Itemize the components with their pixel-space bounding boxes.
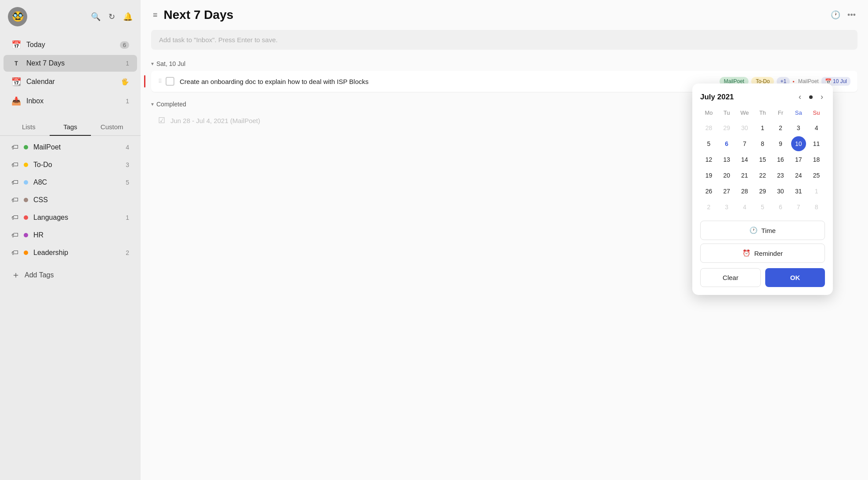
- add-task-input[interactable]: Add task to "Inbox". Press Enter to save…: [151, 30, 857, 50]
- chevron-down-icon: ▾: [151, 61, 154, 67]
- tag-label: Languages: [33, 214, 68, 222]
- calendar-day[interactable]: 24: [791, 168, 806, 183]
- calendar-day[interactable]: 4: [809, 120, 824, 135]
- sidebar-item-calendar[interactable]: 📆 Calendar 🖐: [4, 73, 137, 91]
- calendar-day[interactable]: 30: [737, 120, 752, 135]
- calendar-day[interactable]: 23: [773, 168, 788, 183]
- calendar-day[interactable]: 6: [773, 200, 788, 215]
- calendar-day[interactable]: 15: [755, 152, 770, 167]
- calendar-header: July 2021 ‹ ›: [700, 92, 825, 102]
- main-header: ≡ Next 7 Days 🕐 •••: [141, 0, 868, 30]
- tag-dot: [24, 215, 28, 220]
- calendar-day[interactable]: 19: [701, 168, 716, 183]
- tag-icon: 🏷: [11, 178, 18, 186]
- calendar-day[interactable]: 30: [773, 184, 788, 199]
- calendar-day-selected[interactable]: 10: [791, 136, 806, 151]
- calendar-day[interactable]: 31: [791, 184, 806, 199]
- calendar-day[interactable]: 22: [755, 168, 770, 183]
- calendar-day[interactable]: 14: [737, 152, 752, 167]
- tag-dot: [24, 251, 28, 255]
- calendar-day[interactable]: 29: [719, 120, 734, 135]
- calendar-day[interactable]: 28: [737, 184, 752, 199]
- calendar-day[interactable]: 2: [701, 200, 716, 215]
- section-header[interactable]: ▾ Sat, 10 Jul: [151, 57, 857, 71]
- reminder-label: Reminder: [754, 250, 783, 257]
- tag-item-css[interactable]: 🏷 CSS: [4, 192, 137, 208]
- tag-item-hr[interactable]: 🏷 HR: [4, 227, 137, 244]
- add-tags-label: Add Tags: [25, 271, 54, 279]
- calendar-day[interactable]: 16: [773, 152, 788, 167]
- tag-item-todo[interactable]: 🏷 To-Do 3: [4, 156, 137, 173]
- sidebar-item-today[interactable]: 📅 Today 6: [4, 36, 137, 54]
- tag-item-mailpoet[interactable]: 🏷 MailPoet 4: [4, 139, 137, 156]
- search-icon[interactable]: 🔍: [91, 12, 101, 22]
- menu-icon[interactable]: ≡: [153, 11, 158, 20]
- calendar-day[interactable]: 8: [809, 200, 824, 215]
- tab-lists[interactable]: Lists: [8, 120, 50, 136]
- calendar-day[interactable]: 13: [719, 152, 734, 167]
- tag-dot: [24, 163, 28, 167]
- calendar-day[interactable]: 1: [809, 184, 824, 199]
- tag-count: 3: [126, 161, 129, 168]
- calendar-title: July 2021: [700, 93, 734, 102]
- calendar-day[interactable]: 18: [809, 152, 824, 167]
- calendar-day[interactable]: 21: [737, 168, 752, 183]
- calendar-day[interactable]: 7: [791, 200, 806, 215]
- calendar-day[interactable]: 26: [701, 184, 716, 199]
- refresh-icon[interactable]: ↻: [108, 12, 115, 22]
- sidebar-item-next7days[interactable]: T Next 7 Days 1: [4, 55, 137, 72]
- calendar-day[interactable]: 9: [773, 136, 788, 151]
- bell-icon[interactable]: 🔔: [123, 12, 133, 22]
- sidebar-item-inbox[interactable]: 📥 Inbox 1: [4, 92, 137, 110]
- avatar[interactable]: 🥸: [8, 7, 27, 26]
- calendar-day[interactable]: 5: [701, 136, 716, 151]
- calendar-grid: Mo Tu We Th Fr Sa Su 28 29 30 1 2 3 4 5 …: [700, 108, 825, 215]
- clear-button[interactable]: Clear: [700, 268, 761, 287]
- calendar-day[interactable]: 2: [773, 120, 788, 135]
- calendar-day-today[interactable]: 6: [719, 136, 734, 151]
- ok-button[interactable]: OK: [765, 268, 825, 287]
- alarm-icon: ⏰: [742, 249, 751, 257]
- tag-item-a8c[interactable]: 🏷 A8C 5: [4, 174, 137, 191]
- calendar-day[interactable]: 17: [791, 152, 806, 167]
- calendar-day[interactable]: 28: [701, 120, 716, 135]
- calendar-footer: Clear OK: [700, 268, 825, 287]
- tag-dot: [24, 180, 28, 185]
- calendar-day[interactable]: 5: [755, 200, 770, 215]
- calendar-next-button[interactable]: ›: [819, 92, 825, 102]
- more-icon[interactable]: •••: [847, 11, 856, 20]
- tab-custom[interactable]: Custom: [91, 120, 133, 136]
- calendar-day[interactable]: 12: [701, 152, 716, 167]
- task-checkbox[interactable]: [166, 77, 174, 86]
- tag-item-leadership[interactable]: 🏷 Leadership 2: [4, 244, 137, 261]
- calendar-day[interactable]: 11: [809, 136, 824, 151]
- inbox-label: Inbox: [26, 97, 43, 105]
- clock-icon[interactable]: 🕐: [831, 10, 840, 20]
- add-tags-button[interactable]: ＋ Add Tags: [4, 265, 137, 285]
- tag-count: 2: [126, 249, 129, 256]
- completed-check-icon[interactable]: ☑: [158, 116, 165, 125]
- tag-dot: [24, 233, 28, 237]
- calendar-day[interactable]: 25: [809, 168, 824, 183]
- add-icon: ＋: [11, 269, 20, 281]
- tab-tags[interactable]: Tags: [50, 120, 91, 136]
- sidebar-nav: 📅 Today 6 T Next 7 Days 1 📆 Calendar 🖐 📥…: [0, 33, 141, 113]
- reminder-button[interactable]: ⏰ Reminder: [700, 244, 825, 263]
- calendar-day[interactable]: 27: [719, 184, 734, 199]
- calendar-day[interactable]: 3: [791, 120, 806, 135]
- tag-item-languages[interactable]: 🏷 Languages 1: [4, 209, 137, 226]
- time-button[interactable]: 🕐 Time: [700, 221, 825, 240]
- calendar-prev-button[interactable]: ‹: [797, 92, 803, 102]
- calendar-day[interactable]: 3: [719, 200, 734, 215]
- next7days-label: Next 7 Days: [26, 59, 65, 67]
- tag-label: To-Do: [33, 161, 52, 169]
- calendar-day[interactable]: 7: [737, 136, 752, 151]
- inbox-count: 1: [126, 98, 129, 105]
- calendar-day[interactable]: 20: [719, 168, 734, 183]
- calendar-day[interactable]: 1: [755, 120, 770, 135]
- clock-icon: 🕐: [749, 226, 758, 234]
- calendar-day[interactable]: 4: [737, 200, 752, 215]
- page-title: Next 7 Days: [164, 8, 234, 22]
- calendar-day[interactable]: 8: [755, 136, 770, 151]
- calendar-day[interactable]: 29: [755, 184, 770, 199]
